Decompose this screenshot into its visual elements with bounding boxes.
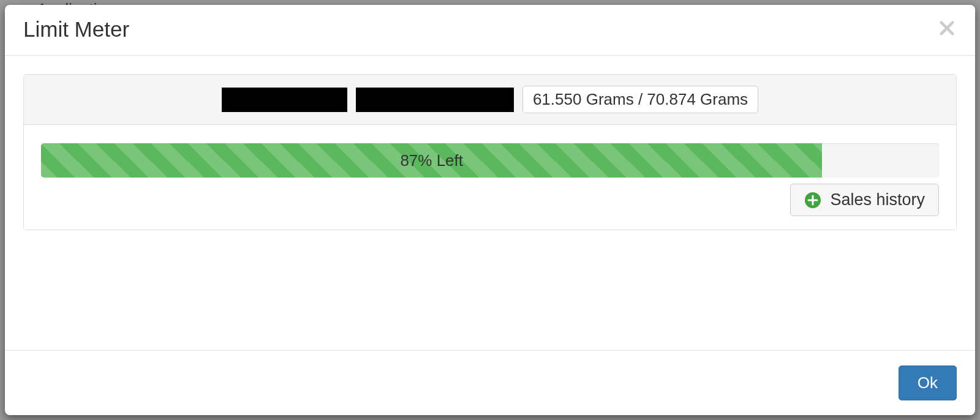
sales-history-button[interactable]: Sales history [790,184,939,216]
close-button[interactable] [938,17,960,39]
progress-label: 87% Left [400,151,463,170]
panel-body: 87% Left Sales history [24,125,956,230]
sales-history-label: Sales history [830,190,925,209]
modal-header: Limit Meter [5,5,975,56]
limit-meter-modal: Limit Meter 61.550 Grams / 70.874 Grams … [5,5,975,415]
progress-track: 87% Left [41,143,939,178]
panel-heading: 61.550 Grams / 70.874 Grams [24,75,956,125]
modal-footer: Ok [5,350,975,415]
redacted-block-1 [222,88,347,112]
modal-title: Limit Meter [23,17,957,42]
plus-circle-icon [804,192,821,209]
progress-bar: 87% Left [41,143,822,178]
redacted-block-2 [356,88,514,112]
grams-readout: 61.550 Grams / 70.874 Grams [522,86,758,113]
panel-actions: Sales history [41,184,939,216]
ok-button[interactable]: Ok [899,366,957,400]
modal-body: 61.550 Grams / 70.874 Grams 87% Left [5,56,975,350]
limit-panel: 61.550 Grams / 70.874 Grams 87% Left [23,74,957,230]
close-icon [938,20,956,37]
